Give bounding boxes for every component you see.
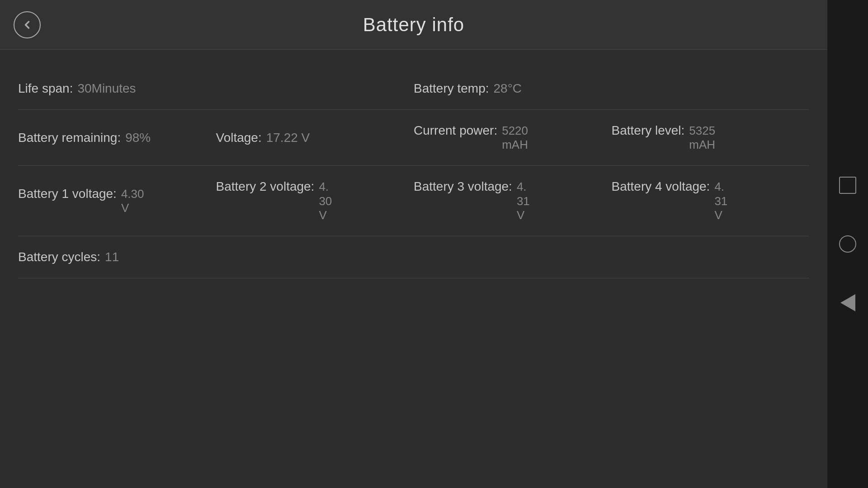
current-power-value: 5220 mAH (502, 124, 528, 152)
home-icon (839, 235, 856, 253)
info-row-cycles: Battery cycles: 11 (18, 236, 809, 278)
battery1-voltage-label: Battery 1 voltage: (18, 187, 117, 201)
back-button[interactable] (14, 11, 41, 38)
voltage-label: Voltage: (216, 131, 262, 145)
battery-cycles-label: Battery cycles: (18, 250, 100, 264)
voltage-value: 17.22 V (266, 131, 310, 145)
cell-battery1-voltage: Battery 1 voltage: 4.30 V (18, 187, 216, 215)
battery4-voltage-value: 4. 31 V (714, 180, 727, 222)
back-nav-button[interactable] (836, 291, 859, 314)
info-row-voltages: Battery 1 voltage: 4.30 V Battery 2 volt… (18, 166, 809, 236)
cell-battery2-voltage: Battery 2 voltage: 4. 30 V (216, 179, 414, 222)
content-area: Life span: 30Minutes Battery temp: 28°C … (0, 50, 827, 488)
cell-current-power: Current power: 5220 mAH (414, 123, 612, 152)
battery3-voltage-value: 4. 31 V (517, 180, 530, 222)
home-button[interactable] (836, 233, 859, 255)
lifespan-value: 30Minutes (77, 81, 136, 96)
battery3-voltage-label: Battery 3 voltage: (414, 179, 512, 194)
info-row-battery: Battery remaining: 98% Voltage: 17.22 V … (18, 110, 809, 166)
battery2-voltage-label: Battery 2 voltage: (216, 179, 315, 194)
page-title: Battery info (363, 14, 464, 36)
cell-battery-remaining: Battery remaining: 98% (18, 131, 216, 145)
main-area: Battery info Life span: 30Minutes Batter… (0, 0, 827, 488)
header: Battery info (0, 0, 827, 50)
cell-battery-temp: Battery temp: 28°C (414, 81, 809, 96)
battery4-voltage-label: Battery 4 voltage: (612, 179, 710, 194)
battery-temp-value: 28°C (494, 81, 522, 96)
info-row-lifespan: Life span: 30Minutes Battery temp: 28°C (18, 68, 809, 110)
battery-remaining-value: 98% (125, 131, 151, 145)
battery2-voltage-value: 4. 30 V (319, 180, 332, 222)
current-power-label: Current power: (414, 123, 497, 138)
cell-battery-level: Battery level: 5325 mAH (612, 123, 810, 152)
lifespan-label: Life span: (18, 81, 73, 96)
battery-remaining-label: Battery remaining: (18, 131, 121, 145)
battery-level-value: 5325 mAH (689, 124, 715, 152)
battery-temp-label: Battery temp: (414, 81, 489, 96)
battery-level-label: Battery level: (612, 123, 685, 138)
back-nav-icon (840, 294, 855, 311)
cell-lifespan: Life span: 30Minutes (18, 81, 414, 96)
recent-apps-button[interactable] (836, 174, 859, 197)
battery1-voltage-value: 4.30 V (121, 187, 144, 215)
battery-cycles-value: 11 (105, 250, 119, 264)
cell-voltage: Voltage: 17.22 V (216, 131, 414, 145)
cell-battery4-voltage: Battery 4 voltage: 4. 31 V (612, 179, 810, 222)
recent-apps-icon (839, 177, 856, 194)
navigation-sidebar (827, 0, 868, 488)
cell-battery3-voltage: Battery 3 voltage: 4. 31 V (414, 179, 612, 222)
cell-battery-cycles: Battery cycles: 11 (18, 250, 809, 264)
